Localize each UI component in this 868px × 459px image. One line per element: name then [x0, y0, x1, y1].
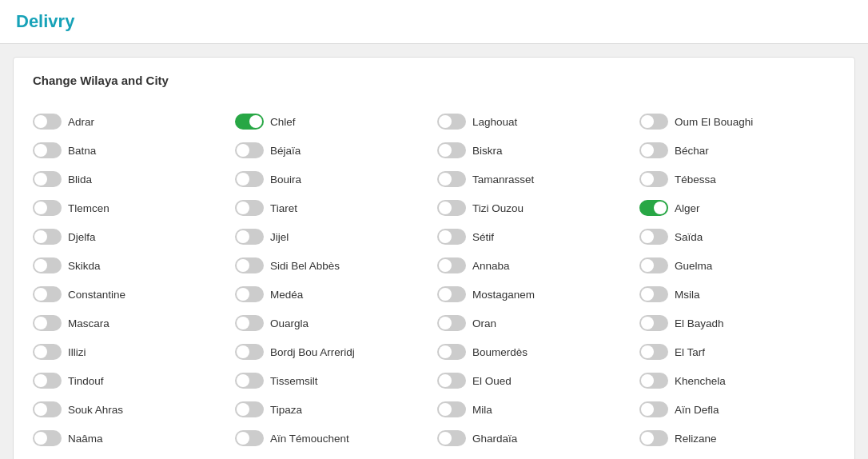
wilaya-toggle[interactable] — [639, 315, 668, 331]
wilaya-toggle[interactable] — [235, 373, 264, 389]
wilaya-toggle[interactable] — [437, 114, 466, 130]
wilaya-item: El Oued — [437, 370, 633, 391]
wilaya-toggle[interactable] — [33, 114, 62, 130]
wilaya-toggle[interactable] — [639, 430, 668, 446]
wilaya-toggle[interactable] — [639, 257, 668, 273]
wilaya-item: Bouira — [235, 169, 431, 190]
wilaya-item: Biskra — [437, 140, 633, 161]
wilaya-toggle[interactable] — [437, 401, 466, 417]
wilaya-item: Constantine — [33, 284, 229, 305]
wilaya-item: Souk Ahras — [33, 399, 229, 420]
wilaya-toggle[interactable] — [33, 430, 62, 446]
wilaya-toggle[interactable] — [437, 344, 466, 360]
wilaya-name: Mila — [472, 404, 492, 416]
wilaya-name: Sidi Bel Abbès — [270, 260, 340, 272]
page-header: Delivry — [0, 0, 868, 44]
card-title: Change Wilaya and City — [33, 74, 835, 95]
wilaya-item: Tlemcen — [33, 198, 229, 218]
wilaya-toggle[interactable] — [33, 344, 62, 360]
wilaya-name: Naâma — [68, 433, 103, 445]
wilaya-toggle[interactable] — [33, 257, 62, 273]
wilaya-toggle[interactable] — [33, 401, 62, 417]
wilaya-toggle[interactable] — [639, 114, 668, 130]
wilaya-toggle[interactable] — [639, 286, 668, 302]
wilaya-name: Adrar — [68, 116, 94, 128]
wilaya-name: El Tarf — [675, 346, 705, 358]
wilaya-toggle[interactable] — [639, 229, 668, 245]
wilaya-toggle[interactable] — [33, 286, 62, 302]
wilaya-name: Annaba — [472, 260, 510, 272]
wilaya-item: Tissemsilt — [235, 370, 431, 391]
wilaya-item: Tébessa — [639, 169, 835, 190]
main-card: Change Wilaya and City AdrarChlefLaghoua… — [13, 57, 855, 459]
wilaya-item: Illizi — [33, 341, 229, 362]
wilaya-name: Sétif — [472, 231, 494, 243]
wilaya-toggle[interactable] — [235, 315, 264, 331]
wilaya-item: Oran — [437, 313, 633, 333]
wilaya-toggle[interactable] — [437, 229, 466, 245]
wilaya-item: Aïn Témouchent — [235, 428, 431, 449]
wilaya-toggle[interactable] — [235, 200, 264, 216]
wilaya-toggle[interactable] — [235, 430, 264, 446]
wilaya-toggle[interactable] — [235, 142, 264, 158]
wilaya-item: Relizane — [639, 428, 835, 449]
wilaya-toggle[interactable] — [437, 142, 466, 158]
wilaya-item: Guelma — [639, 255, 835, 276]
wilaya-toggle[interactable] — [639, 344, 668, 360]
wilaya-toggle[interactable] — [33, 200, 62, 216]
wilaya-item: Tiaret — [235, 198, 431, 218]
wilaya-toggle[interactable] — [235, 286, 264, 302]
wilaya-name: Oran — [472, 317, 496, 329]
wilaya-item: El Tarf — [639, 341, 835, 362]
wilaya-toggle[interactable] — [33, 229, 62, 245]
wilaya-name: Medéa — [270, 289, 303, 301]
wilaya-toggle[interactable] — [437, 430, 466, 446]
wilaya-item: El Bayadh — [639, 313, 835, 333]
wilaya-toggle[interactable] — [437, 171, 466, 187]
wilaya-name: Tissemsilt — [270, 375, 318, 387]
wilaya-item: Sétif — [437, 226, 633, 247]
wilaya-item: Blida — [33, 169, 229, 190]
wilaya-toggle[interactable] — [235, 257, 264, 273]
wilaya-name: Tiaret — [270, 202, 297, 214]
wilaya-name: Mostaganem — [472, 289, 535, 301]
wilaya-toggle[interactable] — [437, 257, 466, 273]
wilaya-name: Blida — [68, 174, 92, 186]
wilaya-item: Oum El Bouaghi — [639, 111, 835, 132]
wilaya-toggle[interactable] — [437, 315, 466, 331]
wilaya-name: Souk Ahras — [68, 404, 123, 416]
wilaya-toggle[interactable] — [235, 114, 264, 130]
wilaya-toggle[interactable] — [639, 142, 668, 158]
wilaya-name: Aïn Defla — [675, 404, 719, 416]
wilaya-toggle[interactable] — [639, 171, 668, 187]
page-title: Delivry — [16, 11, 74, 31]
wilaya-toggle[interactable] — [437, 373, 466, 389]
wilaya-toggle[interactable] — [235, 171, 264, 187]
wilaya-toggle[interactable] — [639, 401, 668, 417]
wilaya-toggle[interactable] — [33, 142, 62, 158]
wilaya-toggle[interactable] — [235, 229, 264, 245]
wilaya-toggle[interactable] — [235, 401, 264, 417]
wilaya-name: Bouira — [270, 174, 301, 186]
wilaya-item: Skikda — [33, 255, 229, 276]
wilaya-toggle[interactable] — [639, 373, 668, 389]
wilaya-name: Tipaza — [270, 404, 302, 416]
wilaya-toggle[interactable] — [33, 315, 62, 331]
wilaya-name: Tindouf — [68, 375, 104, 387]
wilayas-grid: AdrarChlefLaghouatOum El BouaghiBatnaBéj… — [33, 111, 835, 459]
wilaya-toggle[interactable] — [33, 373, 62, 389]
wilaya-item: Medéa — [235, 284, 431, 305]
wilaya-toggle[interactable] — [33, 171, 62, 187]
wilaya-item: Tizi Ouzou — [437, 198, 633, 218]
wilaya-toggle[interactable] — [639, 200, 668, 216]
wilaya-name: Skikda — [68, 260, 101, 272]
wilaya-name: Illizi — [68, 346, 86, 358]
wilaya-item: Tipaza — [235, 399, 431, 420]
wilaya-name: Laghouat — [472, 116, 517, 128]
wilaya-name: Jijel — [270, 231, 289, 243]
wilaya-toggle[interactable] — [437, 286, 466, 302]
wilaya-toggle[interactable] — [235, 344, 264, 360]
wilaya-name: Béchar — [675, 145, 709, 157]
wilaya-toggle[interactable] — [437, 200, 466, 216]
wilaya-name: Msila — [675, 289, 700, 301]
